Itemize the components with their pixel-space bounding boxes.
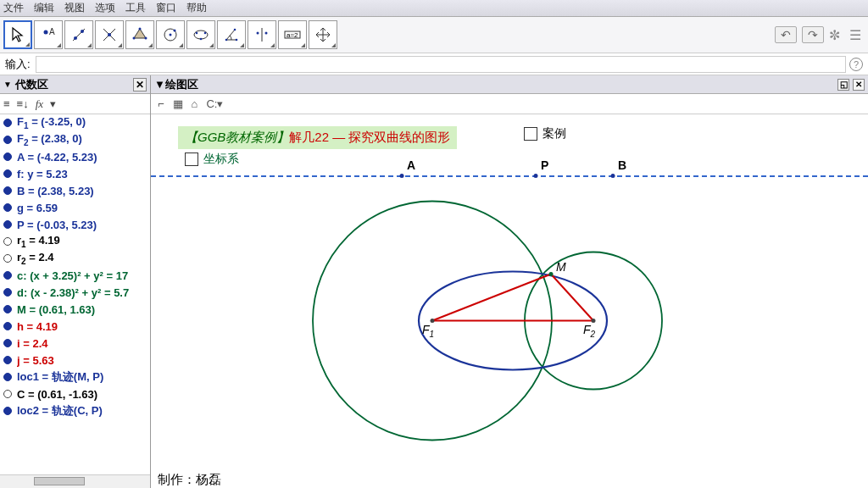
menu-window[interactable]: 窗口	[156, 1, 176, 15]
svg-point-16	[196, 32, 198, 35]
algebra-item[interactable]: c: (x + 3.25)² + y² = 17	[0, 267, 150, 284]
visibility-bullet-icon[interactable]	[3, 356, 12, 364]
algebra-item[interactable]: F1 = (-3.25, 0)	[0, 114, 150, 131]
visibility-bullet-icon[interactable]	[3, 152, 12, 161]
collapse-graphics-icon[interactable]: ▼	[154, 78, 165, 91]
tool-line[interactable]	[64, 20, 93, 49]
visibility-bullet-icon[interactable]	[3, 220, 12, 229]
algebra-item[interactable]: h = 4.19	[0, 318, 150, 335]
tool-move-view[interactable]	[309, 20, 337, 49]
algebra-item[interactable]: loc2 = 轨迹(C, P)	[0, 402, 150, 419]
svg-point-23	[257, 32, 259, 35]
window-detach-icon[interactable]: ◱	[837, 79, 849, 91]
svg-point-15	[194, 30, 208, 39]
visibility-bullet-icon[interactable]	[3, 203, 12, 212]
axes-icon[interactable]: ⌐	[158, 97, 164, 110]
menu-options[interactable]: 选项	[95, 1, 115, 15]
algebra-item[interactable]: r2 = 2.4	[0, 250, 150, 267]
algebra-item[interactable]: M = (0.61, 1.63)	[0, 301, 150, 318]
visibility-bullet-icon[interactable]	[3, 339, 12, 347]
visibility-bullet-icon[interactable]	[3, 186, 12, 195]
grid-icon[interactable]: ▦	[173, 97, 183, 110]
svg-point-21	[236, 39, 238, 42]
visibility-bullet-icon[interactable]	[3, 305, 12, 313]
tool-perpendicular[interactable]	[95, 20, 124, 49]
graphics-view[interactable]: 【GGB教材案例】解几22 — 探究双曲线的图形 案例 坐标系 A P B	[151, 114, 868, 488]
aux-icon[interactable]: ≡↓	[17, 97, 29, 110]
tool-slider[interactable]: a=2	[278, 20, 307, 49]
menu-file[interactable]: 文件	[3, 1, 24, 15]
input-help-icon[interactable]: ?	[849, 58, 863, 71]
dropdown-icon[interactable]: ▾	[50, 97, 56, 110]
algebra-item[interactable]: B = (2.38, 5.23)	[0, 182, 150, 199]
algebra-sub-toolbar: ≡ ≡↓ fx ▾	[0, 94, 150, 114]
menu-view[interactable]: 视图	[64, 1, 85, 15]
algebra-item[interactable]: d: (x - 2.38)² + y² = 5.7	[0, 284, 150, 301]
tool-point[interactable]: A	[34, 20, 63, 49]
algebra-item[interactable]: i = 2.4	[0, 335, 150, 352]
visibility-bullet-icon[interactable]	[3, 237, 12, 246]
algebra-item[interactable]: loc1 = 轨迹(M, P)	[0, 369, 150, 385]
tool-angle[interactable]	[217, 20, 246, 49]
tool-circle[interactable]	[156, 20, 185, 49]
undo-button[interactable]: ↶	[775, 26, 797, 43]
algebra-item[interactable]: C = (0.61, -1.63)	[0, 385, 150, 402]
close-graphics-icon[interactable]: ✕	[853, 79, 865, 91]
visibility-bullet-icon[interactable]	[3, 271, 12, 280]
visibility-bullet-icon[interactable]	[3, 169, 12, 178]
algebra-item[interactable]: F2 = (2.38, 0)	[0, 131, 150, 148]
sort-icon[interactable]: ≡	[3, 97, 10, 110]
algebra-expression: M = (0.61, 1.63)	[17, 303, 95, 316]
algebra-expression: g = 6.59	[17, 202, 58, 214]
svg-point-17	[204, 32, 207, 35]
home-icon[interactable]: ⌂	[192, 97, 198, 110]
redo-button[interactable]: ↷	[802, 26, 824, 43]
visibility-bullet-icon[interactable]	[3, 407, 12, 415]
tool-polygon[interactable]	[125, 20, 154, 49]
horizontal-scrollbar[interactable]	[0, 474, 150, 488]
svg-text:A: A	[49, 27, 55, 36]
tool-conic[interactable]	[186, 20, 215, 49]
svg-line-38	[551, 274, 593, 321]
fx-icon[interactable]: fx	[36, 97, 43, 111]
input-label: 输入:	[5, 57, 31, 72]
algebra-item[interactable]: g = 6.59	[0, 199, 150, 216]
algebra-item[interactable]: A = (-4.22, 5.23)	[0, 148, 150, 165]
algebra-panel: ▼ 代数区 ✕ ≡ ≡↓ fx ▾ F1 = (-3.25, 0)F2 = (2…	[0, 75, 151, 488]
algebra-expression: A = (-4.22, 5.23)	[17, 151, 97, 164]
algebra-expression: F2 = (2.38, 0)	[17, 132, 82, 147]
algebra-item[interactable]: r1 = 4.19	[0, 233, 150, 250]
visibility-bullet-icon[interactable]	[3, 322, 12, 330]
tool-move[interactable]	[3, 20, 32, 49]
visibility-bullet-icon[interactable]	[3, 119, 12, 127]
algebra-item[interactable]: j = 5.63	[0, 352, 150, 369]
menu-edit[interactable]: 编辑	[34, 1, 54, 15]
visibility-bullet-icon[interactable]	[3, 288, 12, 297]
menu-tools[interactable]: 工具	[125, 1, 146, 15]
svg-point-4	[81, 30, 84, 33]
algebra-expression: f: y = 5.23	[17, 168, 68, 180]
tool-reflect[interactable]	[248, 20, 276, 49]
settings-icon[interactable]: ✼	[829, 27, 844, 42]
svg-point-41	[592, 319, 596, 323]
collapse-icon[interactable]: ▼	[3, 80, 12, 89]
algebra-expression: r1 = 4.19	[17, 234, 60, 249]
algebra-header: ▼ 代数区 ✕	[0, 75, 150, 94]
algebra-item[interactable]: f: y = 5.23	[0, 165, 150, 182]
visibility-bullet-icon[interactable]	[3, 136, 12, 144]
algebra-item[interactable]: P = (-0.03, 5.23)	[0, 216, 150, 233]
visibility-bullet-icon[interactable]	[3, 254, 12, 263]
menu-bar: 文件 编辑 视图 选项 工具 窗口 帮助	[0, 0, 868, 17]
magnet-icon[interactable]: C:▾	[206, 97, 223, 110]
algebra-expression: B = (2.38, 5.23)	[17, 185, 94, 197]
algebra-expression: P = (-0.03, 5.23)	[17, 219, 97, 231]
close-algebra-icon[interactable]: ✕	[133, 78, 147, 92]
visibility-bullet-icon[interactable]	[3, 390, 12, 398]
menu-help[interactable]: 帮助	[186, 1, 207, 15]
properties-icon[interactable]: ☰	[849, 27, 865, 42]
svg-point-27	[400, 174, 404, 178]
command-input[interactable]	[36, 56, 846, 73]
author-text: 制作：杨磊	[158, 472, 221, 488]
visibility-bullet-icon[interactable]	[3, 373, 12, 381]
algebra-expression: i = 2.4	[17, 337, 48, 350]
